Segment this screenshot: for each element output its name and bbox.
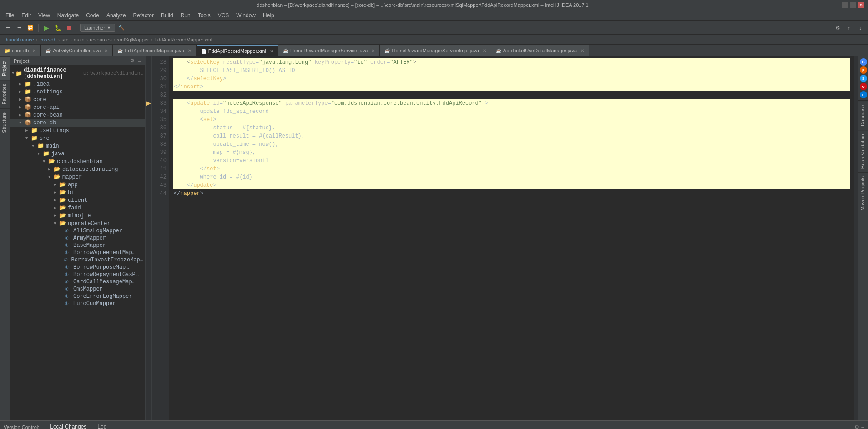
right-tab-maven[interactable]: Maven Projects [858, 172, 868, 214]
toolbar-build[interactable]: 🔨 [116, 23, 126, 33]
tab-close-fdd-xml[interactable]: ✕ [270, 49, 273, 54]
menu-edit[interactable]: Edit [18, 11, 35, 20]
run-config-selector[interactable]: Launcher ▼ [80, 24, 115, 32]
menu-view[interactable]: View [35, 11, 54, 20]
bottom-settings-btn[interactable]: ⚙ [854, 424, 859, 429]
tree-item-miaojie[interactable]: ▶ 📂 miaojie [10, 212, 145, 220]
tree-item-com[interactable]: ▼ 📂 com.ddshenbian [10, 158, 145, 165]
tree-item-app[interactable]: ▶ 📂 app [10, 181, 145, 189]
tab-close-home-service[interactable]: ✕ [371, 48, 375, 53]
menu-build[interactable]: Build [157, 11, 177, 20]
toolbar-btn-2[interactable]: ➡ [14, 23, 24, 33]
tab-local-changes[interactable]: Local Changes [45, 422, 92, 429]
tree-item-settings2[interactable]: ▶ 📁 .settings [10, 127, 145, 134]
menu-tools[interactable]: Tools [194, 11, 214, 20]
opera-icon[interactable]: O [860, 83, 867, 90]
breadcrumb-part-8[interactable]: resources [90, 37, 111, 42]
tree-item-coreerror[interactable]: ① CoreErrorLogMapper [10, 293, 145, 300]
menu-navigate[interactable]: Navigate [54, 11, 82, 20]
menu-help[interactable]: Help [259, 11, 278, 20]
tab-log[interactable]: Log [92, 422, 112, 429]
minimize-button[interactable]: – [842, 2, 848, 8]
maximize-button[interactable]: □ [850, 2, 856, 8]
tree-item-fadd[interactable]: ▶ 📂 fadd [10, 204, 145, 212]
menu-window[interactable]: Window [232, 11, 259, 20]
tree-item-root[interactable]: ▼ 📁 diandifinance [ddshenbian] D:\workpa… [10, 66, 145, 80]
tab-home-impl[interactable]: ☕ HomeRewardManagerServiceImpl.java ✕ [380, 45, 491, 56]
tree-item-borrowrepayment[interactable]: ① BorrowRepaymentGasP… [10, 271, 145, 278]
menu-vcs[interactable]: VCS [214, 11, 233, 20]
bottom-minimize-btn[interactable]: – [861, 424, 864, 429]
tree-item-database[interactable]: ▶ 📂 database.dbruting [10, 165, 145, 173]
tree-item-cardcall[interactable]: ① CardCallMessageMap… [10, 278, 145, 286]
tab-close-activity[interactable]: ✕ [104, 48, 108, 53]
breadcrumb-part-12[interactable]: FddApiRecordMapper.xml [154, 37, 212, 42]
tab-fdd-xml[interactable]: 📄 FddApiRecordMapper.xml ✕ [197, 45, 278, 56]
chrome-icon[interactable]: G [860, 58, 867, 66]
tree-item-base[interactable]: ① BaseMapper [10, 242, 145, 249]
tree-item-core-db[interactable]: ▼ 📦 core-db [10, 119, 145, 127]
tree-item-borrowpurpose[interactable]: ① BorrowPurposeMap… [10, 264, 145, 271]
tab-activity[interactable]: ☕ ActivityController.java ✕ [41, 45, 113, 56]
tree-item-idea[interactable]: ▶ 📁 .idea [10, 80, 145, 88]
tree-item-core-bean[interactable]: ▶ 📦 core-bean [10, 111, 145, 119]
breadcrumb-part-2[interactable]: core-db [40, 37, 56, 42]
toolbar-vcs1[interactable]: ↑ [844, 23, 854, 33]
tab-close-home-impl[interactable]: ✕ [483, 48, 486, 53]
tab-close-app-ticket[interactable]: ✕ [580, 48, 584, 53]
breadcrumb-part-6[interactable]: main [74, 37, 85, 42]
tree-item-operate[interactable]: ▼ 📂 operateCenter [10, 220, 145, 227]
toolbar-stop[interactable]: ⏹ [64, 23, 74, 33]
toolbar-btn-1[interactable]: ⬅ [3, 23, 13, 33]
tree-item-army[interactable]: ① ArmyMapper [10, 235, 145, 242]
tree-item-client[interactable]: ▶ 📂 client [10, 196, 145, 204]
toolbar-btn-3[interactable]: 🔁 [25, 23, 35, 33]
menu-refactor[interactable]: Refactor [130, 11, 157, 20]
tab-app-ticket[interactable]: ☕ AppTicketUseDetailManager.java ✕ [491, 45, 589, 56]
tree-item-settings1[interactable]: ▶ 📁 .settings [10, 88, 145, 96]
tree-item-bi[interactable]: ▶ 📂 bi [10, 189, 145, 196]
toolbar-debug[interactable]: 🐛 [53, 23, 63, 33]
firefox-icon[interactable]: F [860, 66, 867, 74]
menu-code[interactable]: Code [82, 11, 103, 20]
tab-close-fdd-java[interactable]: ✕ [188, 48, 192, 53]
toolbar-run[interactable]: ▶ [41, 23, 51, 33]
package-icon-com: 📂 [48, 158, 56, 165]
tree-item-alismslog[interactable]: ① AliSmsLogMapper [10, 227, 145, 235]
tree-item-core[interactable]: ▶ 📦 core [10, 96, 145, 103]
sidebar-sync-btn[interactable]: ⚙ [129, 58, 136, 64]
tree-item-src[interactable]: ▼ 📁 src [10, 134, 145, 142]
right-tab-bean-validation[interactable]: Bean Validation [858, 130, 868, 172]
toolbar-vcs2[interactable]: ↓ [855, 23, 865, 33]
window-controls: – □ ✕ [842, 2, 864, 8]
tab-close-core-db[interactable]: ✕ [32, 48, 36, 53]
breadcrumb-part-10[interactable]: xmlSqlMapper [117, 37, 149, 42]
editor-scrollbar[interactable] [853, 56, 858, 420]
edge-icon[interactable]: E [860, 91, 867, 98]
left-tab-structure[interactable]: Structure [0, 108, 10, 137]
menu-analyze[interactable]: Analyze [103, 11, 130, 20]
menu-file[interactable]: File [2, 11, 18, 20]
tree-item-eurocun[interactable]: ① EuroCunMapper [10, 300, 145, 307]
tree-item-borrowagreement[interactable]: ① BorrowAgreementMap… [10, 249, 145, 256]
code-editor[interactable]: <selectKey resultType="java.lang.Long" k… [169, 56, 853, 420]
breadcrumb-part-4[interactable]: src [61, 37, 68, 42]
tab-fdd-java[interactable]: ☕ FddApiRecordMapper.java ✕ [113, 45, 196, 56]
tree-item-core-api[interactable]: ▶ 📦 core-api [10, 103, 145, 111]
tree-item-java[interactable]: ▼ 📁 java [10, 150, 145, 158]
safari-icon[interactable]: S [860, 75, 867, 82]
tab-core-db[interactable]: 📁 core-db ✕ [0, 45, 41, 56]
close-button[interactable]: ✕ [858, 2, 864, 8]
tab-home-service[interactable]: ☕ HomeRewardManagerService.java ✕ [278, 45, 380, 56]
left-tab-favorites[interactable]: Favorites [0, 80, 10, 108]
tree-item-cms[interactable]: ① CmsMapper [10, 286, 145, 293]
tree-item-main[interactable]: ▼ 📁 main [10, 142, 145, 150]
breadcrumb-part-0[interactable]: diandifinance [5, 37, 34, 42]
tree-item-borrowinvest[interactable]: ① BorrowInvestFreezeMap… [10, 256, 145, 264]
toolbar-settings[interactable]: ⚙ [833, 23, 843, 33]
menu-run[interactable]: Run [177, 11, 194, 20]
right-tab-database[interactable]: Database [858, 101, 868, 130]
sidebar-collapse-btn[interactable]: – [137, 58, 141, 64]
tree-item-mapper[interactable]: ▼ 📂 mapper [10, 173, 145, 181]
left-tab-project[interactable]: Project [0, 56, 10, 80]
